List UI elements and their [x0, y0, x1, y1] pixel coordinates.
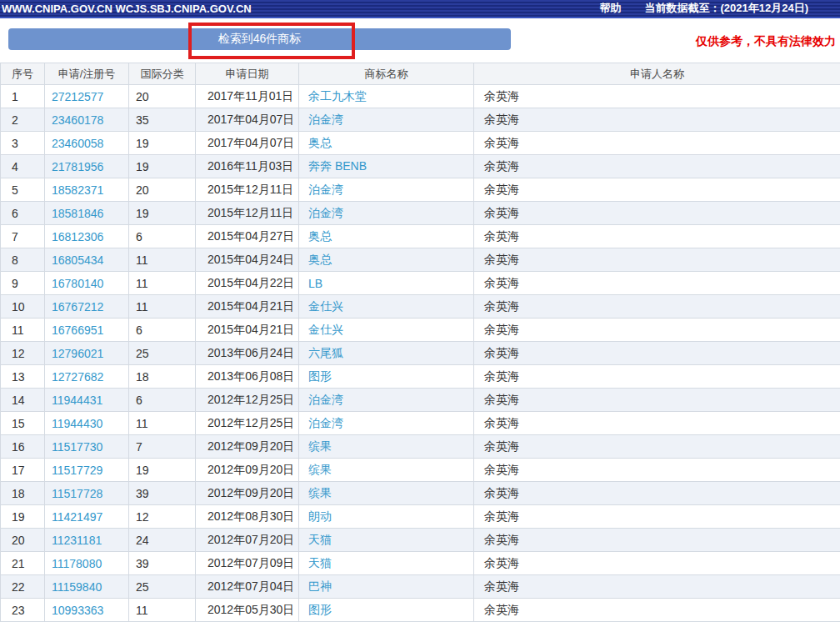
application-date-cell: 2012年12月25日	[196, 389, 299, 412]
registration-number-link[interactable]: 18581846	[52, 207, 103, 220]
registration-number-link[interactable]: 23460178	[52, 113, 103, 127]
applicant-name-cell: 余英海	[474, 435, 840, 459]
applicant-name-cell: 余英海	[474, 459, 840, 482]
header-index: 序号	[1, 63, 45, 85]
trademark-name-link[interactable]: 天猫	[308, 556, 332, 569]
applicant-name-cell: 余英海	[474, 575, 840, 599]
table-row: 17 11517729 19 2012年09月20日 缤果 余英海	[1, 459, 840, 482]
data-cutoff-label: 当前数据截至：(2021年12月24日)	[645, 1, 809, 16]
row-index-cell: 5	[1, 178, 45, 202]
registration-number-link[interactable]: 21781956	[52, 160, 103, 173]
table-row: 6 18581846 19 2015年12月11日 泊金湾 余英海	[1, 202, 840, 225]
registration-number-link[interactable]: 11178080	[52, 557, 102, 570]
trademark-name-link[interactable]: 泊金湾	[308, 183, 343, 196]
trademark-name-link[interactable]: 六尾狐	[308, 346, 343, 359]
intl-class-cell: 6	[129, 225, 196, 248]
trademark-name-link[interactable]: 缤果	[308, 486, 332, 499]
applicant-name-cell: 余英海	[474, 155, 840, 178]
trademark-name-link[interactable]: 奥总	[308, 253, 332, 266]
trademark-name-link[interactable]: 天猫	[308, 533, 332, 546]
table-row: 12 12796021 25 2013年06月24日 六尾狐 余英海	[1, 342, 840, 365]
trademark-name-link[interactable]: 奥总	[308, 229, 332, 243]
applicant-name-cell: 余英海	[474, 365, 840, 389]
intl-class-cell: 11	[129, 272, 196, 295]
trademark-name-link[interactable]: 金仕兴	[308, 299, 343, 313]
registration-number-link[interactable]: 11517728	[52, 487, 102, 500]
applicant-name-cell: 余英海	[474, 342, 840, 365]
registration-number-link[interactable]: 16780140	[52, 277, 103, 290]
registration-number-link[interactable]: 16812306	[52, 230, 103, 243]
application-date-cell: 2012年12月25日	[196, 412, 299, 435]
applicant-name-cell: 余英海	[474, 505, 840, 529]
table-row: 9 16780140 11 2015年04月22日 LB 余英海	[1, 272, 840, 295]
applicant-name-cell: 余英海	[474, 85, 840, 108]
table-row: 10 16767212 11 2015年04月21日 金仕兴 余英海	[1, 295, 840, 319]
table-row: 1 27212577 20 2017年11月01日 余工九木堂 余英海	[1, 85, 840, 108]
application-date-cell: 2012年09月20日	[196, 435, 299, 459]
header-reg-no: 申请/注册号	[45, 63, 129, 85]
registration-number-link[interactable]: 23460058	[52, 137, 103, 150]
trademark-name-link[interactable]: 巴神	[308, 579, 332, 593]
registration-number-link[interactable]: 11944430	[52, 417, 102, 430]
registration-number-link[interactable]: 10993363	[52, 604, 103, 617]
registration-number-link[interactable]: 16766951	[52, 324, 103, 337]
registration-number-link[interactable]: 16805434	[52, 253, 103, 267]
results-tbody: 1 27212577 20 2017年11月01日 余工九木堂 余英海 2 23…	[1, 85, 840, 622]
applicant-name-cell: 余英海	[474, 389, 840, 412]
intl-class-cell: 19	[129, 155, 196, 178]
trademark-name-link[interactable]: 泊金湾	[308, 393, 343, 406]
application-date-cell: 2015年04月22日	[196, 272, 299, 295]
applicant-name-cell: 余英海	[474, 178, 840, 202]
row-index-cell: 13	[1, 365, 45, 389]
row-index-cell: 2	[1, 108, 45, 132]
table-row: 15 11944430 11 2012年12月25日 泊金湾 余英海	[1, 412, 840, 435]
trademark-name-link[interactable]: 朗动	[308, 509, 332, 523]
applicant-name-cell: 余英海	[474, 552, 840, 575]
row-index-cell: 16	[1, 435, 45, 459]
trademark-name-link[interactable]: 泊金湾	[308, 113, 343, 126]
registration-number-link[interactable]: 11421497	[52, 510, 102, 524]
application-date-cell: 2015年12月11日	[196, 202, 299, 225]
trademark-name-link[interactable]: 余工九木堂	[308, 89, 367, 103]
trademark-name-link[interactable]: 金仕兴	[308, 323, 343, 336]
intl-class-cell: 6	[129, 389, 196, 412]
intl-class-cell: 19	[129, 459, 196, 482]
registration-number-link[interactable]: 11517730	[52, 440, 102, 454]
row-index-cell: 18	[1, 482, 45, 505]
table-header-row: 序号 申请/注册号 国际分类 申请日期 商标名称 申请人名称	[1, 63, 840, 85]
intl-class-cell: 25	[129, 575, 196, 599]
registration-number-link[interactable]: 27212577	[52, 90, 103, 103]
trademark-name-link[interactable]: LB	[308, 277, 322, 290]
registration-number-link[interactable]: 11159840	[52, 580, 102, 594]
trademark-name-link[interactable]: 图形	[308, 603, 332, 616]
registration-number-link[interactable]: 11944431	[52, 394, 102, 407]
registration-number-link[interactable]: 11517729	[52, 464, 102, 477]
row-index-cell: 4	[1, 155, 45, 178]
row-index-cell: 17	[1, 459, 45, 482]
trademark-name-link[interactable]: 泊金湾	[308, 206, 343, 219]
results-count-banner[interactable]: 检索到46件商标	[8, 28, 511, 50]
help-link[interactable]: 帮助	[600, 1, 622, 16]
table-row: 5 18582371 20 2015年12月11日 泊金湾 余英海	[1, 178, 840, 202]
trademark-name-link[interactable]: 缤果	[308, 463, 332, 476]
registration-number-link[interactable]: 11231181	[52, 534, 102, 547]
legal-disclaimer: 仅供参考，不具有法律效力	[696, 34, 836, 49]
application-date-cell: 2017年04月07日	[196, 132, 299, 155]
row-index-cell: 11	[1, 319, 45, 342]
registration-number-link[interactable]: 18582371	[52, 183, 103, 197]
trademark-name-link[interactable]: 缤果	[308, 439, 332, 453]
registration-number-link[interactable]: 12796021	[52, 347, 103, 360]
trademark-name-link[interactable]: 泊金湾	[308, 416, 343, 429]
registration-number-link[interactable]: 12727682	[52, 370, 103, 384]
registration-number-link[interactable]: 16767212	[52, 300, 103, 314]
table-row: 23 10993363 11 2012年05月30日 图形 余英海	[1, 599, 840, 622]
trademark-name-link[interactable]: 图形	[308, 369, 332, 383]
applicant-name-cell: 余英海	[474, 202, 840, 225]
application-date-cell: 2015年04月21日	[196, 295, 299, 319]
trademark-name-link[interactable]: 奥总	[308, 136, 332, 149]
intl-class-cell: 24	[129, 529, 196, 552]
trademark-name-link[interactable]: 奔奔 BENB	[308, 159, 367, 173]
applicant-name-cell: 余英海	[474, 319, 840, 342]
intl-class-cell: 7	[129, 435, 196, 459]
application-date-cell: 2013年06月08日	[196, 365, 299, 389]
